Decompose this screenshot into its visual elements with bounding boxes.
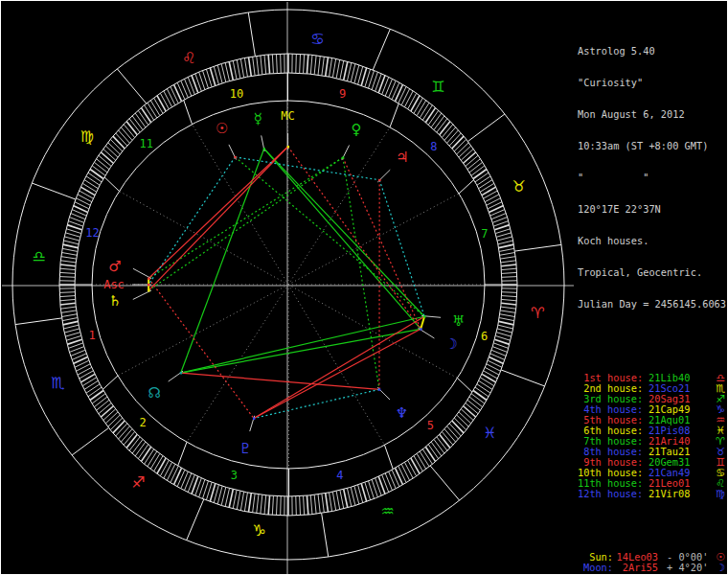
taurus-sign-icon: ♉ bbox=[512, 177, 525, 196]
degree-tick bbox=[351, 64, 355, 82]
degree-tick bbox=[392, 82, 399, 99]
degree-tick bbox=[354, 486, 359, 504]
degree-tick bbox=[351, 487, 355, 505]
degree-tick bbox=[248, 58, 251, 77]
degree-tick bbox=[138, 110, 148, 125]
header-block: Astrolog 5.40 "Curiosity" Mon August 6, … bbox=[578, 25, 725, 331]
house-number-12: 12 bbox=[85, 226, 99, 240]
house-cusp-spoke bbox=[288, 194, 459, 285]
degree-tick bbox=[454, 139, 466, 151]
degree-tick bbox=[105, 146, 118, 157]
wheel-planets: ☉☽☿♀♂♃♄♅♆♇☊MCAsc bbox=[103, 109, 465, 457]
degree-tick bbox=[221, 487, 226, 505]
degree-tick bbox=[63, 321, 79, 324]
house-number-9: 9 bbox=[339, 87, 346, 101]
degree-tick bbox=[482, 374, 496, 381]
degree-tick bbox=[296, 496, 297, 516]
aspect-node-moon bbox=[181, 329, 421, 373]
sign-boundary bbox=[430, 466, 459, 500]
degree-tick bbox=[59, 277, 75, 278]
degree-tick bbox=[307, 495, 307, 515]
degree-tick bbox=[464, 152, 476, 163]
degree-tick bbox=[60, 261, 76, 263]
degree-tick bbox=[80, 191, 94, 198]
degree-tick bbox=[457, 415, 469, 426]
degree-tick bbox=[401, 464, 409, 480]
degree-tick bbox=[310, 55, 312, 74]
scorpio-sign-icon: ♏ bbox=[51, 374, 64, 392]
degree-tick bbox=[150, 453, 160, 469]
aspect-node-neptune bbox=[181, 373, 379, 389]
mars-pointer bbox=[133, 268, 151, 278]
degree-tick bbox=[97, 159, 109, 170]
pluto-icon: ♇ bbox=[239, 440, 251, 457]
house-label: 12th house: bbox=[578, 489, 643, 499]
aspect-lines bbox=[148, 147, 424, 419]
degree-tick bbox=[257, 56, 259, 75]
degree-tick bbox=[94, 162, 107, 172]
degree-tick bbox=[184, 79, 191, 96]
sagittarius-sign-icon: ♐ bbox=[131, 473, 145, 492]
degree-tick bbox=[181, 472, 189, 489]
degree-tick bbox=[318, 494, 320, 514]
degree-tick bbox=[344, 61, 348, 80]
degree-tick bbox=[501, 303, 516, 305]
degree-tick bbox=[132, 440, 143, 454]
degree-tick bbox=[157, 96, 166, 111]
degree-tick bbox=[496, 233, 512, 237]
degree-tick bbox=[461, 409, 473, 421]
uranus-icon: ♅ bbox=[452, 312, 465, 330]
degree-tick bbox=[268, 55, 269, 74]
degree-tick bbox=[113, 421, 125, 433]
degree-tick bbox=[240, 58, 243, 78]
degree-tick bbox=[420, 103, 429, 118]
degree-tick bbox=[240, 492, 243, 511]
sun-icon: ☉ bbox=[216, 120, 228, 137]
degree-tick bbox=[396, 468, 403, 484]
house-number-11: 11 bbox=[139, 137, 152, 150]
degree-tick bbox=[461, 149, 473, 160]
house-cusp-line bbox=[102, 376, 118, 389]
degree-tick bbox=[398, 466, 406, 482]
degree-tick bbox=[411, 96, 420, 111]
house-number-3: 3 bbox=[231, 469, 238, 482]
house-table: 1st house:21Lib40♎ 2nd house:21Sco21♏ 3r… bbox=[578, 373, 725, 499]
degree-tick bbox=[281, 54, 282, 73]
degree-tick bbox=[60, 264, 76, 266]
degree-tick bbox=[103, 149, 116, 160]
chart-place: " " bbox=[578, 172, 725, 183]
degree-tick bbox=[61, 257, 77, 259]
degree-tick bbox=[498, 325, 513, 329]
degree-tick bbox=[487, 198, 501, 205]
mercury-icon: ☿ bbox=[254, 110, 262, 127]
house-cusp-value: 21Vir08 bbox=[648, 489, 693, 499]
degree-tick bbox=[442, 125, 453, 138]
house-number-5: 5 bbox=[427, 419, 434, 432]
degree-tick bbox=[63, 325, 79, 329]
aspect-mc-mars bbox=[148, 147, 287, 279]
aries-sign-icon: ♈ bbox=[531, 304, 544, 322]
house-cusp-line bbox=[184, 100, 193, 124]
aspect-mars-pluto bbox=[148, 279, 254, 419]
degree-tick bbox=[261, 494, 262, 514]
degree-tick bbox=[449, 133, 461, 146]
info-panel: Astrolog 5.40 "Curiosity" Mon August 6, … bbox=[578, 4, 725, 575]
degree-tick bbox=[62, 318, 78, 321]
degree-tick bbox=[466, 155, 478, 166]
chart-time: 10:33am (ST +8:00 GMT) bbox=[578, 141, 725, 151]
degree-tick bbox=[86, 176, 100, 185]
aspect-node-uranus bbox=[181, 316, 424, 373]
degree-tick bbox=[444, 127, 456, 141]
degree-tick bbox=[108, 415, 121, 426]
degree-tick bbox=[484, 191, 498, 198]
degree-tick bbox=[404, 91, 413, 107]
sign-boundary bbox=[514, 244, 560, 251]
aspect-mc-moon bbox=[288, 147, 421, 329]
degree-tick bbox=[99, 155, 111, 166]
degree-tick bbox=[177, 470, 185, 486]
degree-tick bbox=[502, 296, 517, 297]
degree-tick bbox=[160, 93, 169, 109]
aspect-sun-asc bbox=[148, 157, 235, 285]
degree-tick bbox=[322, 494, 325, 513]
degree-tick bbox=[496, 333, 512, 336]
